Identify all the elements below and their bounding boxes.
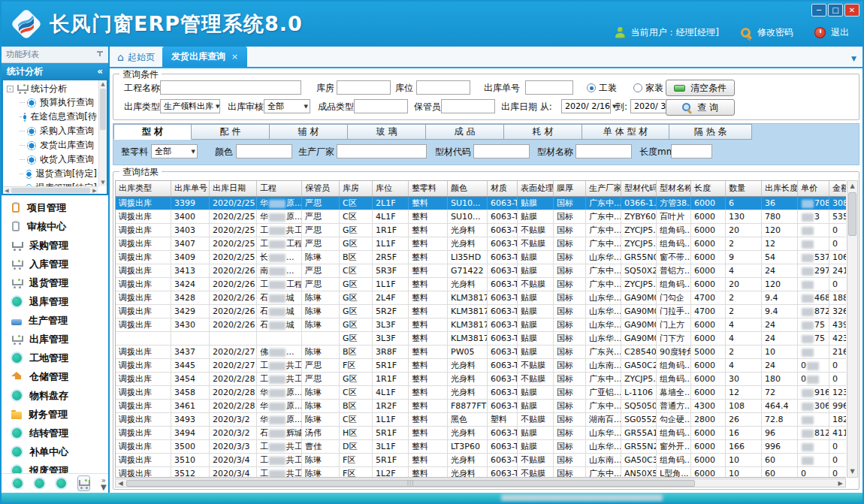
- table-vscroll-thumb[interactable]: [848, 192, 856, 236]
- table-row[interactable]: 调拨出库34072020/2/25工工程严思G区1L1F整料光身料6063-T5…: [116, 237, 846, 251]
- column-header[interactable]: 型材名称: [657, 181, 691, 196]
- table-row[interactable]: 调拨出库34942020/3/2石辉城汤伟H区5R1F整料光身料6063-T5贴…: [116, 427, 846, 440]
- table-row[interactable]: 调拨出库34582020/2/28华原...陈琳C区4L1F整料光身料6063-…: [116, 386, 846, 400]
- material-tab-7[interactable]: 单 体 型 材: [582, 124, 669, 140]
- table-row[interactable]: 调拨出库34282020/2/26石城陈琳G区2L4F整料KLM38176063…: [116, 291, 846, 305]
- table-row[interactable]: 调拨出库34932020/3/2华原...陈琳C区1L1F整料黑色塑料不贴膜国标…: [116, 413, 846, 427]
- tree-expander-icon[interactable]: -: [7, 86, 14, 92]
- sidebar-section-statistics[interactable]: 统计分析 «: [2, 63, 108, 80]
- tab-shipment-query[interactable]: 发货出库查询 ×: [162, 47, 247, 67]
- table-row[interactable]: 调拨出库34292020/2/26石城陈琳G区5R2F整料KLM38176063…: [116, 305, 846, 318]
- table-row[interactable]: 调拨出库34542020/2/28工共工程严思G区1R1F整料光身料6063-T…: [116, 373, 846, 386]
- tree-horizontal-scrollbar[interactable]: ◀ ▶: [3, 186, 98, 194]
- column-header[interactable]: 工程: [257, 181, 302, 196]
- out-type-dropdown[interactable]: 生产领料出库▼: [160, 99, 220, 113]
- change-password-link[interactable]: 修改密码: [757, 26, 793, 39]
- sidebar-menu-item[interactable]: 退货管理: [2, 273, 108, 292]
- sidebar-menu-item[interactable]: 采购管理: [2, 236, 108, 255]
- sidebar-menu-item[interactable]: 生产管理: [2, 311, 108, 330]
- column-header[interactable]: 保管员: [302, 181, 340, 196]
- toolbar-dot-icon[interactable]: [13, 478, 23, 488]
- scroll-up-icon[interactable]: ▲: [847, 181, 857, 192]
- table-row[interactable]: 调拨出库35102020/3/4工共工程陈琳F区5R1F整料光身料6063-T5…: [116, 454, 846, 467]
- scroll-down-icon[interactable]: ▼: [99, 179, 107, 186]
- table-horizontal-scrollbar[interactable]: ◀ ||| ▶: [115, 478, 846, 487]
- sidebar-menu-item[interactable]: 入库管理: [2, 255, 108, 273]
- tree-item[interactable]: 退库管理[待定]: [5, 181, 97, 186]
- sidebar-menu-item[interactable]: 财务管理: [2, 405, 108, 424]
- material-tab-1[interactable]: 型 材: [113, 124, 192, 140]
- table-row[interactable]: G区3L3F整料KLM38176063-T5贴膜国标山东华...GA90M09.…: [116, 332, 846, 346]
- tree-item[interactable]: 在途信息查询[待: [5, 110, 97, 124]
- column-header[interactable]: 金额: [829, 181, 846, 196]
- sidebar-menu-item[interactable]: 结转管理: [2, 424, 108, 442]
- sidebar-menu-item[interactable]: 补单中心: [2, 442, 108, 461]
- minimize-button[interactable]: ─: [811, 4, 826, 17]
- material-tab-4[interactable]: 玻 璃: [348, 124, 426, 140]
- search-button[interactable]: 查 询: [666, 99, 735, 116]
- sidebar-menu-item[interactable]: 工地管理: [2, 349, 108, 367]
- project-name-input[interactable]: [160, 80, 301, 95]
- tree-hscroll-thumb[interactable]: [11, 188, 90, 193]
- audit-dropdown[interactable]: 全部▼: [264, 99, 310, 113]
- sidebar-menu-item[interactable]: 仓储管理: [2, 367, 108, 386]
- tree-vscroll-thumb[interactable]: [100, 89, 106, 130]
- clear-conditions-button[interactable]: 清空条件: [666, 80, 735, 96]
- more-items-button[interactable]: »▼: [101, 477, 107, 490]
- tree-item[interactable]: 预算执行查询: [5, 95, 97, 110]
- scroll-left-icon[interactable]: ◀: [116, 480, 125, 487]
- keeper-input[interactable]: [441, 99, 495, 113]
- column-header[interactable]: 出库类型: [116, 181, 171, 196]
- sidebar-menu-item[interactable]: 项目管理: [2, 198, 108, 217]
- sidebar-menu-item[interactable]: 出库管理: [2, 330, 108, 349]
- table-row[interactable]: 调拨出库34452020/2/27工共工程严思F区5R1F整料光身料6063-T…: [116, 359, 846, 373]
- column-header[interactable]: 生产厂家: [586, 181, 621, 196]
- sidebar-menu-item[interactable]: 审核中心: [2, 217, 108, 236]
- table-row[interactable]: 调拨出库34242020/2/26工工程严思G区1L1F整料光身料6063-T5…: [116, 278, 846, 291]
- scroll-up-icon[interactable]: ▲: [99, 80, 107, 88]
- material-tab-2[interactable]: 配 件: [192, 124, 270, 140]
- tab-overflow-icon[interactable]: ▼: [851, 55, 856, 62]
- table-row[interactable]: 调拨出库35122020/3/4工共工程陈琳F区1L2F整料光身料6063-T5…: [116, 467, 846, 478]
- length-input[interactable]: [671, 144, 712, 158]
- column-header[interactable]: 膜厚: [554, 181, 586, 196]
- toolbar-dot-icon[interactable]: [35, 478, 44, 488]
- pin-icon[interactable]: [97, 51, 104, 58]
- color-input[interactable]: [236, 144, 292, 158]
- column-header[interactable]: 颜色: [448, 181, 488, 196]
- material-tab-5[interactable]: 成 品: [426, 124, 504, 140]
- whole-part-dropdown[interactable]: 全部▼: [151, 144, 198, 158]
- table-row[interactable]: 调拨出库34092020/2/25长...陈琳B区2R5F整料LI35HD606…: [116, 251, 846, 264]
- table-vertical-scrollbar[interactable]: ▲ ▼: [847, 180, 858, 478]
- warehouse-input[interactable]: [337, 80, 391, 95]
- collapse-icon[interactable]: «: [97, 63, 103, 80]
- table-row[interactable]: 调拨出库34002020/2/25华原...严思C区4L1F整料SU10...6…: [116, 210, 846, 224]
- table-row[interactable]: 调拨出库34372020/2/27佛...陈琳B区3R8F整料PW056063-…: [116, 346, 846, 359]
- column-header[interactable]: 材质: [488, 181, 518, 196]
- column-header[interactable]: 库位: [373, 181, 409, 196]
- maximize-button[interactable]: □: [828, 4, 843, 17]
- column-header[interactable]: 单价: [798, 181, 829, 196]
- radio-work-install[interactable]: 工装: [587, 80, 617, 95]
- profile-name-input[interactable]: [575, 144, 632, 158]
- tree-item[interactable]: 采购入库查询: [5, 124, 97, 138]
- tab-close-icon[interactable]: ×: [231, 52, 238, 62]
- logout-link[interactable]: 退出: [831, 26, 849, 39]
- material-tab-3[interactable]: 辅 材: [270, 124, 348, 140]
- material-tab-6[interactable]: 耗 材: [504, 124, 582, 140]
- close-button[interactable]: ✕: [844, 4, 859, 17]
- column-header[interactable]: 型材代码: [621, 181, 657, 196]
- tree-item[interactable]: 收货入库查询: [5, 152, 97, 167]
- tree-item[interactable]: 退货查询[待定]: [5, 167, 97, 181]
- table-row[interactable]: 调拨出库34302020/2/26石城陈琳G区3L3F整料KLM38176063…: [116, 318, 846, 332]
- tree-item[interactable]: 发货出库查询: [5, 138, 97, 152]
- profile-code-input[interactable]: [473, 144, 530, 158]
- column-header[interactable]: 长度: [691, 181, 726, 196]
- sidebar-menu-item[interactable]: 报废管理: [2, 461, 108, 473]
- column-header[interactable]: 出库单号: [171, 181, 210, 196]
- column-header[interactable]: 数量: [726, 181, 762, 196]
- tree-root-statistics[interactable]: - 统计分析: [5, 82, 97, 95]
- scroll-right-icon[interactable]: ▶: [91, 188, 98, 194]
- toolbar-cart-button[interactable]: [77, 475, 90, 491]
- sidebar-menu-item[interactable]: 物料盘存: [2, 386, 108, 405]
